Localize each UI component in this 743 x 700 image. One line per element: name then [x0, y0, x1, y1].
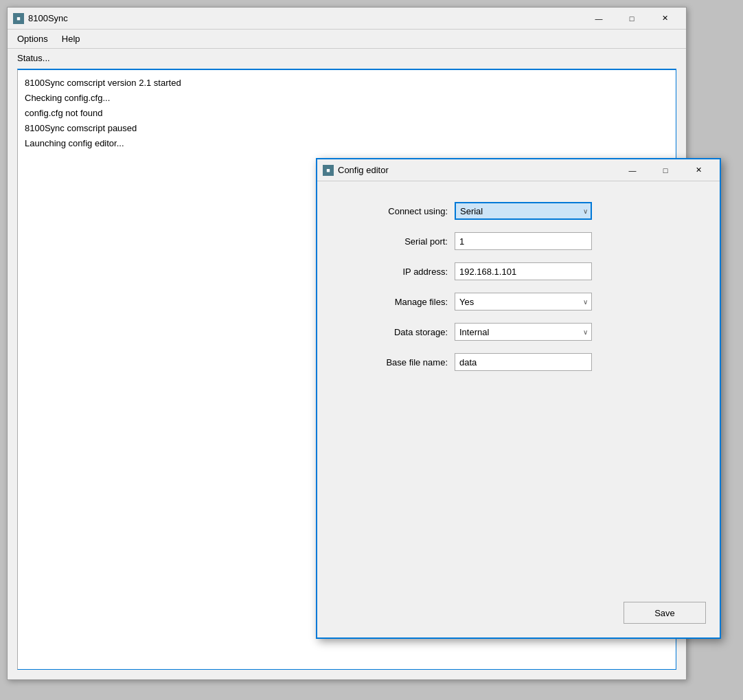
- ip-address-input[interactable]: [455, 262, 592, 280]
- log-line-3: config.cfg not found: [25, 106, 669, 121]
- menu-bar: Options Help: [8, 30, 686, 49]
- dialog-title: Config editor: [338, 165, 617, 175]
- data-storage-row: Data storage: Internal External ∨: [345, 323, 692, 341]
- serial-port-row: Serial port:: [345, 232, 692, 250]
- dialog-footer: Save: [317, 595, 720, 637]
- dialog-minimize-button[interactable]: —: [617, 160, 648, 181]
- ip-address-label: IP address:: [345, 267, 448, 277]
- main-maximize-button[interactable]: □: [616, 8, 648, 29]
- dialog-maximize-button[interactable]: □: [650, 160, 681, 181]
- data-storage-select[interactable]: Internal External: [455, 323, 592, 341]
- menu-help[interactable]: Help: [55, 31, 87, 47]
- main-window-icon: ■: [13, 13, 24, 24]
- manage-files-label: Manage files:: [345, 297, 448, 307]
- main-window-title: 8100Sync: [28, 13, 583, 23]
- ip-address-row: IP address:: [345, 262, 692, 280]
- connect-using-label: Connect using:: [345, 206, 448, 216]
- dialog-icon: ■: [323, 165, 334, 176]
- base-file-name-row: Base file name:: [345, 353, 692, 371]
- main-title-bar: ■ 8100Sync — □ ✕: [8, 8, 686, 30]
- serial-port-label: Serial port:: [345, 236, 448, 247]
- data-storage-label: Data storage:: [345, 327, 448, 337]
- menu-options[interactable]: Options: [10, 31, 55, 47]
- connect-using-select-wrapper: Serial TCP/IP ∨: [455, 202, 592, 220]
- base-file-name-label: Base file name:: [345, 357, 448, 368]
- log-line-2: Checking config.cfg...: [25, 91, 669, 106]
- serial-port-input[interactable]: [455, 232, 592, 250]
- dialog-content: Connect using: Serial TCP/IP ∨ Serial po…: [317, 181, 720, 595]
- log-line-5: Launching config editor...: [25, 136, 669, 151]
- main-minimize-button[interactable]: —: [583, 8, 615, 29]
- dialog-title-bar: ■ Config editor — □ ✕: [317, 159, 720, 181]
- base-file-name-input[interactable]: [455, 353, 592, 371]
- save-button[interactable]: Save: [624, 602, 706, 624]
- dialog-controls: — □ ✕: [617, 160, 714, 181]
- config-editor-dialog: ■ Config editor — □ ✕ Connect using: Ser…: [316, 158, 721, 639]
- manage-files-select[interactable]: Yes No: [455, 293, 592, 311]
- main-close-button[interactable]: ✕: [649, 8, 681, 29]
- connect-using-select[interactable]: Serial TCP/IP: [455, 202, 592, 220]
- log-line-4: 8100Sync comscript paused: [25, 121, 669, 136]
- manage-files-row: Manage files: Yes No ∨: [345, 293, 692, 311]
- dialog-close-button[interactable]: ✕: [683, 160, 714, 181]
- data-storage-select-wrapper: Internal External ∨: [455, 323, 592, 341]
- log-line-1: 8100Sync comscript version 2.1 started: [25, 76, 669, 91]
- connect-using-row: Connect using: Serial TCP/IP ∨: [345, 202, 692, 220]
- status-label: Status...: [8, 49, 686, 67]
- main-window-controls: — □ ✕: [583, 8, 681, 29]
- manage-files-select-wrapper: Yes No ∨: [455, 293, 592, 311]
